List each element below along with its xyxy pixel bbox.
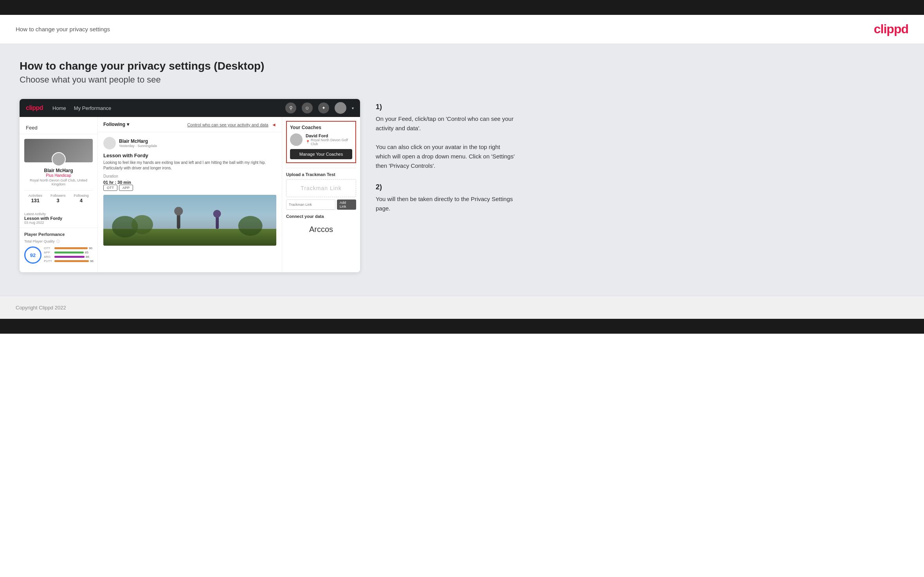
- performance-title: Player Performance: [24, 232, 93, 237]
- trackman-link-input[interactable]: [286, 200, 335, 210]
- trackman-input-row: Add Link: [286, 200, 356, 210]
- post-meta: Yesterday · Sunningdale: [119, 144, 157, 148]
- quality-label: Total Player Quality ⓘ: [24, 239, 93, 244]
- globe-icon[interactable]: ✦: [318, 102, 329, 113]
- bar-arg: ARG 86: [44, 255, 94, 259]
- followers-value: 3: [50, 198, 66, 203]
- profile-name: Blair McHarg: [24, 168, 93, 173]
- app-nav: clippd Home My Performance ⚲ ☺ ✦ ▾: [20, 99, 360, 117]
- following-button[interactable]: Following ▾: [103, 122, 129, 127]
- post-tags: OTT APP: [103, 185, 276, 191]
- post-header: Blair McHarg Yesterday · Sunningdale: [103, 137, 276, 149]
- instruction-2: 2) You will then be taken directly to th…: [376, 183, 517, 213]
- footer-copyright: Copyright Clippd 2022: [16, 305, 66, 311]
- add-link-button[interactable]: Add Link: [337, 200, 356, 210]
- post-image-overlay: [103, 195, 276, 246]
- coaches-title: Your Coaches: [290, 125, 352, 130]
- post-description: Looking to feel like my hands are exitin…: [103, 160, 276, 171]
- avatar-chevron-icon: ▾: [352, 106, 354, 110]
- profile-avatar: [52, 152, 66, 166]
- manage-coaches-button[interactable]: Manage Your Coaches: [290, 149, 352, 159]
- post-duration-value: 01 hr : 30 min: [103, 180, 276, 185]
- post-author-name: Blair McHarg: [119, 138, 157, 144]
- ott-bar: [54, 247, 88, 249]
- coaches-section: Your Coaches David Ford 📍 Royal North De…: [286, 121, 356, 163]
- quality-bars: OTT 90 APP 85 ARG: [44, 246, 94, 264]
- post-avatar: [103, 137, 116, 149]
- app-mockup: clippd Home My Performance ⚲ ☺ ✦ ▾ Feed: [20, 99, 360, 272]
- stats-row: Activities 131 Followers 3 Following 4: [24, 190, 93, 203]
- app-right-panel: Your Coaches David Ford 📍 Royal North De…: [282, 117, 360, 272]
- profile-card: Blair McHarg Plus Handicap Royal North D…: [20, 134, 97, 208]
- following-bar: Following ▾ Control who can see your act…: [98, 117, 282, 132]
- latest-activity-label: Latest Activity: [24, 212, 93, 216]
- red-arrow-indicator: ◄: [272, 122, 276, 128]
- page-title: How to change your privacy settings (Des…: [20, 60, 904, 72]
- tag-app: APP: [119, 185, 133, 191]
- trackman-link-display: Trackman Link: [286, 179, 356, 197]
- breadcrumb: How to change your privacy settings: [16, 26, 110, 32]
- bar-ott: OTT 90: [44, 246, 94, 250]
- instruction-1-number: 1): [376, 103, 517, 111]
- stat-followers: Followers 3: [50, 194, 66, 203]
- app-middle-panel: Following ▾ Control who can see your act…: [98, 117, 282, 272]
- person-icon[interactable]: ☺: [302, 102, 313, 113]
- putt-bar: [54, 260, 89, 262]
- app-bar: [54, 252, 84, 253]
- pin-icon: 📍: [306, 140, 310, 144]
- arg-bar: [54, 256, 85, 258]
- nav-link-home[interactable]: Home: [52, 105, 66, 111]
- post-duration-label: Duration: [103, 174, 276, 178]
- app-nav-icons: ⚲ ☺ ✦ ▾: [285, 102, 354, 114]
- top-bar: [0, 0, 924, 15]
- quality-row: 92 OTT 90 APP 85: [24, 246, 93, 264]
- instructions-panel: 1) On your Feed, click/tap on 'Control w…: [376, 99, 517, 226]
- main-content: How to change your privacy settings (Des…: [0, 44, 924, 296]
- control-privacy-link[interactable]: Control who can see your activity and da…: [187, 122, 268, 127]
- connect-title: Connect your data: [286, 214, 356, 219]
- instruction-1-text: On your Feed, click/tap on 'Control who …: [376, 114, 517, 171]
- post-author-info: Blair McHarg Yesterday · Sunningdale: [119, 138, 157, 148]
- app-post: Blair McHarg Yesterday · Sunningdale Les…: [98, 132, 282, 250]
- latest-activity-date: 03 Aug 2022: [24, 221, 93, 225]
- performance-section: Player Performance Total Player Quality …: [20, 228, 97, 268]
- coach-club: 📍 Royal North Devon Golf Club: [306, 138, 352, 146]
- profile-background: [24, 139, 93, 162]
- post-image: [103, 195, 276, 246]
- site-header: How to change your privacy settings clip…: [0, 15, 924, 44]
- page-subtitle: Choose what you want people to see: [20, 75, 904, 85]
- search-icon[interactable]: ⚲: [285, 102, 296, 113]
- activities-value: 131: [28, 198, 42, 203]
- profile-club: Royal North Devon Golf Club, United King…: [24, 178, 93, 186]
- following-value: 4: [74, 198, 88, 203]
- nav-avatar[interactable]: [335, 102, 346, 114]
- upload-section: Upload a Trackman Test Trackman Link Add…: [286, 168, 356, 210]
- bar-app: APP 85: [44, 251, 94, 254]
- activities-label: Activities: [28, 194, 42, 198]
- arccos-title: Arccos: [286, 221, 356, 238]
- feed-tab[interactable]: Feed: [20, 122, 97, 134]
- nav-link-performance[interactable]: My Performance: [74, 105, 111, 111]
- app-left-panel: Feed Blair McHarg Plus Handicap Royal No…: [20, 117, 98, 272]
- instruction-1: 1) On your Feed, click/tap on 'Control w…: [376, 103, 517, 171]
- coach-avatar: [290, 133, 303, 146]
- connect-section: Connect your data Arccos: [286, 210, 356, 238]
- following-label: Following: [74, 194, 88, 198]
- coach-row: David Ford 📍 Royal North Devon Golf Club: [290, 133, 352, 146]
- app-body: Feed Blair McHarg Plus Handicap Royal No…: [20, 117, 360, 272]
- latest-activity-name: Lesson with Fordy: [24, 216, 93, 221]
- coach-name: David Ford: [306, 133, 352, 138]
- post-title: Lesson with Fordy: [103, 153, 276, 158]
- control-link-container: Control who can see your activity and da…: [187, 121, 276, 128]
- stat-activities: Activities 131: [28, 194, 42, 203]
- instruction-2-text: You will then be taken directly to the P…: [376, 194, 517, 213]
- quality-info-icon: ⓘ: [56, 239, 60, 243]
- stat-following: Following 4: [74, 194, 88, 203]
- upload-title: Upload a Trackman Test: [286, 172, 356, 177]
- quality-circle: 92: [24, 246, 41, 264]
- followers-label: Followers: [50, 194, 66, 198]
- app-logo: clippd: [26, 104, 43, 111]
- tag-ott: OTT: [103, 185, 117, 191]
- coach-info: David Ford 📍 Royal North Devon Golf Club: [306, 133, 352, 146]
- site-footer: Copyright Clippd 2022: [0, 296, 924, 319]
